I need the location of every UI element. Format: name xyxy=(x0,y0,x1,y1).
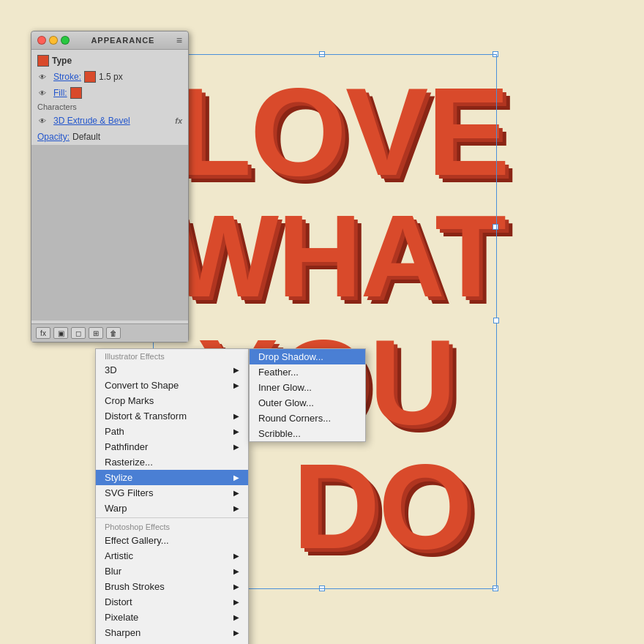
menu-item-pixelate-label: Pixelate xyxy=(105,612,138,623)
effects-context-menu: Illustrator Effects 3D ▶ Convert to Shap… xyxy=(95,348,249,644)
menu-item-3d[interactable]: 3D ▶ xyxy=(96,362,248,378)
add-new-stroke-button[interactable]: ◻ xyxy=(71,327,86,339)
characters-separator: Characters xyxy=(31,101,188,113)
menu-item-distort-ps[interactable]: Distort ▶ xyxy=(96,594,248,610)
selection-handle-br[interactable] xyxy=(493,585,498,591)
stroke-row[interactable]: 👁 Stroke: 1.5 px xyxy=(31,69,188,85)
add-new-effect-button[interactable]: fx xyxy=(36,327,50,339)
effect-name[interactable]: 3D Extrude & Bevel xyxy=(53,116,172,126)
menu-item-effect-gallery[interactable]: Effect Gallery... xyxy=(96,533,248,548)
fill-color-swatch[interactable] xyxy=(70,87,82,99)
menu-item-pathfinder-arrow: ▶ xyxy=(233,443,239,451)
opacity-label[interactable]: Opacity: xyxy=(37,132,70,142)
submenu-scribble-label: Scribble... xyxy=(258,428,301,439)
selection-handle-bc[interactable] xyxy=(319,585,325,591)
menu-item-blur[interactable]: Blur ▶ xyxy=(96,564,248,579)
menu-item-svg-label: SVG Filters xyxy=(105,487,153,498)
effect-visibility-icon[interactable]: 👁 xyxy=(37,116,48,126)
panel-empty-area xyxy=(31,145,188,321)
menu-item-artistic-label: Artistic xyxy=(105,550,133,561)
fx-icon: fx xyxy=(175,116,182,125)
close-button[interactable] xyxy=(37,36,46,45)
fill-row[interactable]: 👁 Fill: xyxy=(31,85,188,101)
menu-item-rasterize[interactable]: Rasterize... xyxy=(96,454,248,470)
menu-item-warp[interactable]: Warp ▶ xyxy=(96,501,248,516)
menu-item-blur-arrow: ▶ xyxy=(233,567,239,575)
type-row: Type xyxy=(31,53,188,69)
menu-item-path-label: Path xyxy=(105,426,124,437)
menu-item-convert[interactable]: Convert to Shape ▶ xyxy=(96,378,248,393)
delete-item-button[interactable]: 🗑 xyxy=(106,327,121,339)
maximize-button[interactable] xyxy=(61,36,70,45)
menu-item-pathfinder[interactable]: Pathfinder ▶ xyxy=(96,439,248,454)
menu-item-stylize-il-arrow: ▶ xyxy=(233,473,239,482)
selection-handle-tc[interactable] xyxy=(319,51,325,57)
opacity-value: Default xyxy=(72,132,100,142)
panel-body: Type 👁 Stroke: 1.5 px 👁 Fill: Characters… xyxy=(31,50,188,323)
submenu-item-scribble[interactable]: Scribble... xyxy=(250,426,365,441)
type-label: Type xyxy=(52,56,72,66)
menu-item-brush-arrow: ▶ xyxy=(233,583,239,591)
appearance-panel: APPEARANCE ≡ Type 👁 Stroke: 1.5 px 👁 Fil… xyxy=(31,31,189,342)
menu-item-cropmarks[interactable]: Crop Marks xyxy=(96,393,248,408)
fill-visibility-icon[interactable]: 👁 xyxy=(37,88,48,98)
panel-menu-icon[interactable]: ≡ xyxy=(176,34,182,46)
menu-item-stylize-il-label: Stylize xyxy=(105,472,132,483)
artwork-text-love: LOVE xyxy=(176,70,509,194)
menu-item-distort-ps-label: Distort xyxy=(105,596,132,607)
menu-item-cropmarks-label: Crop Marks xyxy=(105,395,154,406)
fill-label[interactable]: Fill: xyxy=(53,88,67,98)
stroke-visibility-icon[interactable]: 👁 xyxy=(37,72,48,82)
panel-window-controls[interactable] xyxy=(37,36,70,45)
menu-item-distort-label: Distort & Transform xyxy=(105,411,187,422)
menu-item-pixelate-arrow: ▶ xyxy=(233,613,239,621)
minimize-button[interactable] xyxy=(49,36,58,45)
menu-item-convert-label: Convert to Shape xyxy=(105,380,179,391)
submenu-outer-glow-label: Outer Glow... xyxy=(258,397,314,408)
menu-item-3d-label: 3D xyxy=(105,364,117,375)
stroke-label[interactable]: Stroke: xyxy=(53,72,81,82)
illustrator-effects-header: Illustrator Effects xyxy=(96,349,248,362)
stylize-submenu: Drop Shadow... Feather... Inner Glow... … xyxy=(249,348,366,442)
submenu-item-round-corners[interactable]: Round Corners... xyxy=(250,411,365,426)
menu-item-stylize-illustrator[interactable]: Stylize ▶ xyxy=(96,470,248,485)
menu-item-path[interactable]: Path ▶ xyxy=(96,424,248,439)
artwork-text-what: WHAT xyxy=(168,198,505,315)
menu-item-sharpen[interactable]: Sharpen ▶ xyxy=(96,625,248,640)
menu-item-blur-label: Blur xyxy=(105,566,121,577)
menu-item-distort-ps-arrow: ▶ xyxy=(233,598,239,606)
submenu-item-drop-shadow[interactable]: Drop Shadow... xyxy=(250,349,365,364)
panel-title: APPEARANCE xyxy=(70,36,176,45)
menu-item-3d-arrow: ▶ xyxy=(233,366,239,374)
menu-item-pixelate[interactable]: Pixelate ▶ xyxy=(96,610,248,625)
menu-item-svg-arrow: ▶ xyxy=(233,489,239,497)
stroke-color-swatch[interactable] xyxy=(84,71,96,83)
duplicate-item-button[interactable]: ⊞ xyxy=(89,327,103,339)
menu-item-sketch[interactable]: Sketch ▶ xyxy=(96,640,248,644)
menu-item-path-arrow: ▶ xyxy=(233,427,239,435)
artwork-text-do: DO xyxy=(293,446,471,567)
selection-handle-mr[interactable] xyxy=(493,224,498,230)
menu-item-warp-label: Warp xyxy=(105,503,127,514)
selection-handle-tr[interactable] xyxy=(493,51,498,57)
menu-item-pathfinder-label: Pathfinder xyxy=(105,441,148,452)
menu-item-warp-arrow: ▶ xyxy=(233,504,239,512)
selection-handle-middle-right[interactable] xyxy=(493,318,499,323)
menu-item-svg[interactable]: SVG Filters ▶ xyxy=(96,485,248,501)
menu-item-brush-label: Brush Strokes xyxy=(105,581,165,592)
characters-label: Characters xyxy=(37,102,77,111)
effect-row[interactable]: 👁 3D Extrude & Bevel fx xyxy=(31,113,188,129)
submenu-feather-label: Feather... xyxy=(258,367,299,378)
add-new-fill-button[interactable]: ▣ xyxy=(53,327,68,339)
submenu-item-feather[interactable]: Feather... xyxy=(250,364,365,380)
menu-item-convert-arrow: ▶ xyxy=(233,381,239,389)
menu-item-sharpen-label: Sharpen xyxy=(105,627,141,638)
opacity-row[interactable]: Opacity: Default xyxy=(31,129,188,145)
menu-item-distort[interactable]: Distort & Transform ▶ xyxy=(96,408,248,424)
menu-item-artistic[interactable]: Artistic ▶ xyxy=(96,548,248,564)
submenu-item-outer-glow[interactable]: Outer Glow... xyxy=(250,395,365,411)
stroke-value: 1.5 px xyxy=(99,72,123,82)
menu-item-brush-strokes[interactable]: Brush Strokes ▶ xyxy=(96,579,248,594)
submenu-item-inner-glow[interactable]: Inner Glow... xyxy=(250,380,365,395)
menu-item-rasterize-label: Rasterize... xyxy=(105,457,153,468)
